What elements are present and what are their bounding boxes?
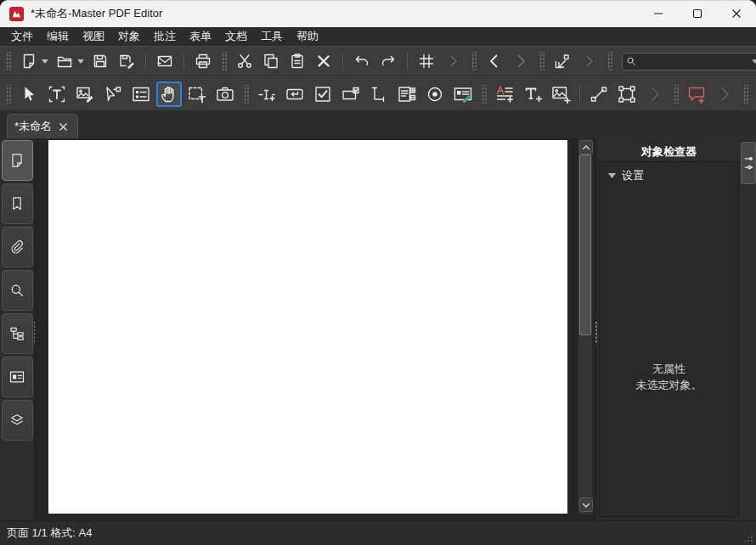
edit-path-tool-button[interactable] — [100, 81, 126, 107]
document-page[interactable] — [48, 140, 567, 514]
paste-button[interactable] — [286, 50, 308, 72]
add-text-box-tool-button[interactable] — [520, 81, 545, 107]
select-tool-button[interactable] — [16, 81, 42, 107]
undo-button[interactable] — [351, 50, 373, 72]
next-view-button[interactable] — [510, 50, 532, 72]
new-document-dropdown[interactable] — [41, 50, 49, 72]
callout-annotation-tool-button[interactable] — [684, 81, 709, 107]
toolbar-drag-handle[interactable] — [243, 85, 249, 104]
signature-field-tool-button[interactable] — [450, 81, 476, 107]
menu-item[interactable]: 批注 — [151, 28, 178, 45]
select-text-area-tool-button[interactable] — [184, 81, 210, 107]
disabled-tool-button[interactable] — [712, 81, 737, 107]
sliders-icon — [743, 150, 754, 176]
close-button[interactable] — [717, 0, 756, 27]
delete-button[interactable] — [313, 50, 335, 72]
toolbar-drag-handle[interactable] — [5, 52, 11, 70]
previous-view-button[interactable] — [483, 50, 505, 72]
text-field-tool-button[interactable] — [254, 81, 279, 107]
radio-button-tool-button[interactable] — [422, 81, 448, 107]
chevron-right-icon — [512, 53, 529, 70]
edit-forms-tool-button[interactable] — [128, 81, 154, 107]
save-as-icon — [118, 53, 135, 70]
push-button-tool-button[interactable] — [282, 81, 307, 107]
document-tab[interactable]: *未命名 — [7, 114, 78, 138]
draw-line-tool-button[interactable] — [586, 81, 612, 107]
window-controls — [639, 0, 756, 27]
disabled-tool-button[interactable] — [642, 81, 668, 107]
menu-item[interactable]: 文档 — [223, 28, 250, 45]
add-text-icon — [494, 84, 515, 104]
sidebar-search-button[interactable] — [2, 270, 33, 311]
menu-item[interactable]: 帮助 — [294, 28, 321, 45]
cut-button[interactable] — [234, 50, 256, 72]
disabled-tool-button[interactable] — [578, 50, 600, 72]
toolbar-drag-handle[interactable] — [471, 52, 477, 70]
menu-item[interactable]: 编辑 — [44, 28, 71, 45]
check-box-tool-button[interactable] — [310, 81, 336, 107]
chevron-right-icon — [580, 53, 597, 70]
chevron-right-icon — [645, 84, 665, 104]
status-bar: 页面 1/1 格式: A4 — [0, 520, 756, 545]
maximize-button[interactable] — [678, 0, 717, 27]
print-button[interactable] — [192, 50, 214, 72]
inspector-settings-section[interactable]: 设置 — [600, 162, 738, 188]
draw-rectangle-tool-button[interactable] — [614, 81, 640, 107]
resize-grip[interactable] — [743, 532, 753, 542]
open-button[interactable] — [54, 50, 76, 72]
scroll-up-button[interactable] — [579, 140, 593, 155]
menu-item[interactable]: 视图 — [80, 28, 107, 45]
search-input[interactable] — [636, 55, 752, 67]
vertical-scrollbar[interactable] — [578, 138, 593, 514]
object-inspector-tab[interactable] — [741, 142, 756, 184]
camera-icon — [215, 84, 235, 104]
open-dropdown[interactable] — [76, 50, 85, 72]
add-text-tool-button[interactable] — [492, 81, 517, 107]
menu-item[interactable]: 表单 — [187, 28, 214, 45]
toolbar-drag-handle[interactable] — [221, 52, 227, 70]
triangle-down-icon — [608, 173, 616, 178]
combo-box-tool-button[interactable] — [338, 81, 364, 107]
toolbar-drag-handle[interactable] — [5, 85, 11, 104]
toolbar-drag-handle[interactable] — [606, 52, 612, 70]
fit-visible-area-button[interactable] — [551, 50, 573, 72]
sidebar-layers-button[interactable] — [2, 400, 33, 441]
sidebar-structure-button[interactable] — [2, 313, 33, 354]
menu-item[interactable]: 工具 — [258, 28, 285, 45]
edit-image-tool-button[interactable] — [72, 81, 98, 107]
redo-button[interactable] — [377, 50, 399, 72]
open-folder-icon — [56, 53, 73, 70]
hand-tool-button[interactable] — [156, 81, 182, 107]
callout-annotation-icon — [686, 84, 707, 104]
sidebar-attachments-button[interactable] — [2, 227, 33, 267]
sidebar-signatures-button[interactable] — [2, 357, 33, 397]
menu-item[interactable]: 对象 — [116, 28, 143, 45]
snapshot-tool-button[interactable] — [212, 81, 238, 107]
email-button[interactable] — [154, 50, 176, 72]
minimize-button[interactable] — [639, 0, 678, 27]
toolbar-drag-handle[interactable] — [481, 85, 487, 104]
save-as-button[interactable] — [116, 50, 138, 72]
save-button[interactable] — [89, 50, 111, 72]
edit-fields-tool-button[interactable] — [394, 81, 420, 107]
tab-close-button[interactable] — [59, 122, 68, 132]
edit-image-icon — [75, 84, 95, 104]
list-box-tool-button[interactable] — [366, 81, 392, 107]
search-dropdown-icon[interactable] — [752, 59, 756, 64]
new-document-button[interactable] — [18, 50, 40, 72]
scroll-down-button[interactable] — [579, 497, 593, 512]
sidebar-bookmarks-button[interactable] — [2, 183, 33, 224]
toolbar-drag-handle[interactable] — [539, 52, 544, 70]
add-image-tool-button[interactable] — [548, 81, 573, 107]
scrollbar-thumb[interactable] — [579, 155, 591, 335]
toolbar-drag-handle[interactable] — [673, 85, 679, 104]
edit-text-tool-button[interactable] — [44, 81, 70, 107]
grid-button[interactable] — [415, 50, 437, 72]
menu-item[interactable]: 文件 — [8, 28, 36, 45]
copy-button[interactable] — [260, 50, 282, 72]
maximize-icon — [692, 8, 702, 19]
toolbar-drag-handle[interactable] — [742, 85, 748, 104]
disabled-tool-button[interactable] — [442, 50, 464, 72]
toolbar-separator — [145, 53, 146, 70]
sidebar-page-thumbnails-button[interactable] — [2, 140, 33, 181]
